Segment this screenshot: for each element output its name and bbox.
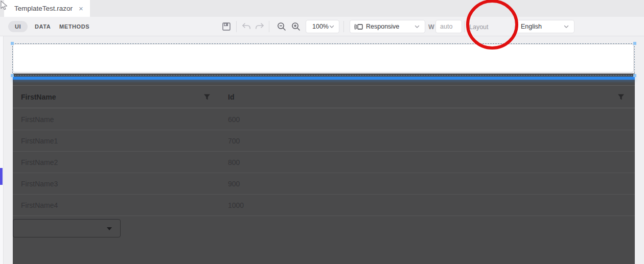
- cell-firstname: FirstName4: [21, 195, 58, 216]
- toolbar-separator: [464, 21, 465, 32]
- column-header-firstname[interactable]: FirstName: [21, 86, 56, 109]
- cell-firstname: FirstName3: [21, 173, 58, 195]
- cell-id: 700: [228, 130, 240, 152]
- left-scroll-indicator: [0, 168, 3, 185]
- responsive-icon: [354, 23, 363, 31]
- selection-handle[interactable]: [11, 74, 14, 77]
- column-header-id[interactable]: Id: [228, 86, 234, 109]
- tab-data-label: DATA: [35, 23, 51, 30]
- zoom-level-value: 100%: [312, 23, 329, 30]
- language-select[interactable]: English: [514, 20, 574, 33]
- device-mode-select[interactable]: Responsive: [350, 20, 425, 33]
- selection-handle[interactable]: [633, 74, 636, 77]
- tab-methods[interactable]: METHODS: [59, 17, 89, 36]
- language-value: English: [521, 23, 542, 30]
- designer-toolbar: UI DATA METHODS: [0, 17, 644, 36]
- layout-toggle-label: Layout: [469, 23, 489, 31]
- selected-row-component[interactable]: [13, 44, 634, 73]
- filter-icon[interactable]: [617, 93, 625, 101]
- cell-firstname: FirstName1: [21, 130, 58, 152]
- tab-ui[interactable]: UI: [8, 17, 28, 36]
- grid-row[interactable]: FirstName2 800: [13, 152, 635, 173]
- zoom-out-icon: [277, 22, 286, 31]
- filter-icon[interactable]: [203, 93, 211, 101]
- zoom-out-button[interactable]: [277, 22, 286, 31]
- designer-window: TemplateTest.razor × UI DATA METHODS: [0, 0, 644, 264]
- selection-handle[interactable]: [633, 42, 636, 45]
- chevron-down-icon: [329, 25, 334, 29]
- grid-row[interactable]: FirstName 600: [13, 109, 635, 130]
- grid-row[interactable]: FirstName3 900: [13, 173, 635, 195]
- selection-handle[interactable]: [11, 42, 14, 45]
- zoom-in-icon: [291, 22, 301, 31]
- page-size-dropdown[interactable]: [13, 219, 121, 237]
- cell-id: 900: [228, 173, 240, 195]
- chevron-down-icon: [564, 25, 569, 29]
- tab-bar: TemplateTest.razor ×: [0, 0, 644, 17]
- grid-row[interactable]: FirstName1 700: [13, 130, 635, 152]
- design-canvas: FirstName Id FirstName 600 FirstName1 70…: [0, 36, 644, 264]
- toolbar-separator: [269, 21, 269, 32]
- zoom-in-button[interactable]: [291, 22, 301, 31]
- redo-icon: [255, 22, 265, 31]
- cell-id: 800: [228, 152, 240, 173]
- grid-row[interactable]: FirstName4 1000: [13, 195, 635, 216]
- cell-firstname: FirstName2: [21, 152, 58, 173]
- redo-button[interactable]: [255, 22, 265, 31]
- zoom-level-select[interactable]: 100%: [306, 20, 339, 33]
- insert-indicator-bar: [13, 77, 635, 80]
- datagrid-header-row: FirstName Id: [13, 85, 635, 108]
- cell-id: 600: [228, 109, 240, 130]
- width-input-value: auto: [440, 23, 452, 30]
- width-label: W: [428, 23, 434, 31]
- datagrid-preview[interactable]: FirstName Id FirstName 600 FirstName1 70…: [13, 74, 635, 264]
- chevron-down-icon: [415, 25, 420, 29]
- device-mode-value: Responsive: [366, 23, 399, 30]
- cell-firstname: FirstName: [21, 109, 54, 130]
- tab-data[interactable]: DATA: [35, 17, 51, 36]
- undo-button[interactable]: [241, 22, 251, 31]
- left-gutter: [0, 36, 4, 264]
- undo-icon: [241, 22, 251, 31]
- save-icon: [222, 22, 231, 31]
- dropdown-arrow-icon: [107, 227, 112, 230]
- cell-id: 1000: [228, 195, 244, 216]
- width-input[interactable]: auto: [435, 20, 462, 33]
- save-button[interactable]: [222, 22, 231, 31]
- toolbar-separator: [236, 21, 237, 32]
- tab-label: TemplateTest.razor: [14, 5, 73, 12]
- toolbar-separator: [343, 21, 344, 32]
- tab-close-icon[interactable]: ×: [79, 5, 83, 12]
- tab-ui-label: UI: [8, 21, 28, 32]
- tab-methods-label: METHODS: [59, 23, 89, 30]
- tab-templatetest-razor[interactable]: TemplateTest.razor ×: [4, 0, 90, 17]
